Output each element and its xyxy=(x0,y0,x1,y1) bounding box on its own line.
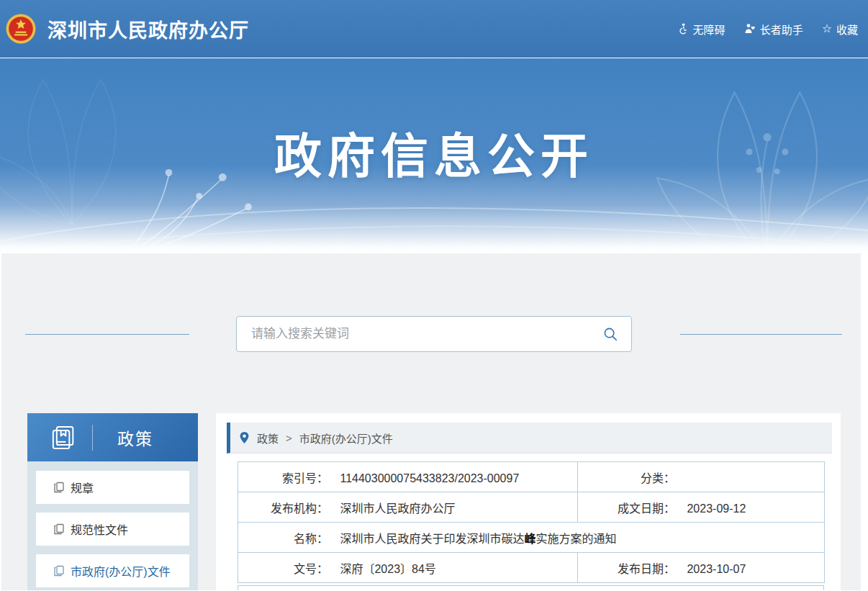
search-highlight: 峰 xyxy=(524,533,535,545)
sidebar-list: 规章 规范性文件 xyxy=(27,461,198,590)
document-name-label: 名称： xyxy=(238,529,328,546)
table-row: 文号： 深府〔2023〕84号 发布日期： 2023-10-07 xyxy=(238,553,825,583)
sidebar-item-municipal-documents[interactable]: 市政府(办公厅)文件 xyxy=(36,554,189,587)
top-header: 深圳市人民政府办公厅 无障碍 长者助手 ☆ 收藏 xyxy=(0,0,868,58)
doc-number-label: 文号： xyxy=(238,559,328,577)
document-name-cell: 名称： 深圳市人民政府关于印发深圳市碳达峰实施方案的通知 xyxy=(238,523,825,553)
doc-number-value: 深府〔2023〕84号 xyxy=(340,563,435,575)
breadcrumb-separator: > xyxy=(286,432,292,444)
written-date-cell: 成文日期： 2023-09-12 xyxy=(578,492,825,523)
accessibility-label: 无障碍 xyxy=(693,22,725,37)
sidebar-item-label: 市政府(办公厅)文件 xyxy=(71,562,171,579)
breadcrumb: 政策 > 市政府(办公厅)文件 xyxy=(227,423,832,454)
publish-date-label: 发布日期： xyxy=(578,559,675,577)
decorative-line-right xyxy=(680,334,842,335)
page-title: 政府信息公开 xyxy=(0,58,868,186)
sidebar-item-label: 规章 xyxy=(71,479,94,496)
doc-number-cell: 文号： 深府〔2023〕84号 xyxy=(238,553,578,583)
sidebar: 政策 规章 xyxy=(27,413,198,590)
accessibility-icon xyxy=(677,23,689,35)
document-icon xyxy=(53,482,65,493)
index-number-label: 索引号： xyxy=(238,469,328,486)
written-date-value: 2023-09-12 xyxy=(687,502,746,515)
category-label: 分类： xyxy=(578,469,675,486)
elder-helper-label: 长者助手 xyxy=(760,22,803,37)
sidebar-item-regulations[interactable]: 规章 xyxy=(36,471,189,504)
document-icon xyxy=(53,565,65,577)
banner: 政府信息公开 xyxy=(0,58,868,253)
category-cell: 分类： xyxy=(578,462,825,492)
search-section xyxy=(1,253,861,352)
agency-label: 发布机构： xyxy=(238,499,328,516)
main-card: 政策 > 市政府(办公厅)文件 索引号： 114403000075433823/… xyxy=(216,413,841,590)
sidebar-divider xyxy=(92,425,93,451)
elder-helper-icon xyxy=(744,23,756,35)
document-icon xyxy=(53,523,65,535)
document-info-table: 索引号： 114403000075433823/2023-00097 分类： 发… xyxy=(238,461,825,583)
document-name-value: 深圳市人民政府关于印发深圳市碳达峰实施方案的通知 xyxy=(340,533,616,545)
table-row: 索引号： 114403000075433823/2023-00097 分类： xyxy=(238,462,825,492)
sidebar-title: 政策 xyxy=(117,425,153,450)
publish-date-cell: 发布日期： 2023-10-07 xyxy=(578,553,825,583)
table-row: 名称： 深圳市人民政府关于印发深圳市碳达峰实施方案的通知 xyxy=(238,523,825,553)
national-emblem-icon xyxy=(6,14,36,44)
search-icon xyxy=(602,326,618,342)
site-title: 深圳市人民政府办公厅 xyxy=(48,15,249,43)
header-links: 无障碍 长者助手 ☆ 收藏 xyxy=(677,22,858,37)
search-box xyxy=(236,316,632,352)
sidebar-item-normative-documents[interactable]: 规范性文件 xyxy=(36,513,189,546)
search-button[interactable] xyxy=(602,326,618,342)
star-icon: ☆ xyxy=(822,23,832,35)
breadcrumb-root[interactable]: 政策 xyxy=(257,430,279,446)
sidebar-item-label: 规范性文件 xyxy=(71,520,128,538)
index-number-value: 114403000075433823/2023-00097 xyxy=(340,472,519,484)
index-number-cell: 索引号： 114403000075433823/2023-00097 xyxy=(238,462,578,492)
accessibility-link[interactable]: 无障碍 xyxy=(677,22,725,37)
table-row: 发布机构： 深圳市人民政府办公厅 成文日期： 2023-09-12 xyxy=(238,492,825,523)
location-pin-icon xyxy=(239,431,250,444)
page-container: 政策 规章 xyxy=(1,253,861,590)
book-icon xyxy=(49,423,78,452)
search-input[interactable] xyxy=(251,327,602,341)
content-row: 政策 规章 xyxy=(27,413,861,590)
publish-date-value: 2023-10-07 xyxy=(687,563,746,575)
decorative-line-left xyxy=(25,334,189,335)
sidebar-header: 政策 xyxy=(27,413,198,461)
favorite-link[interactable]: ☆ 收藏 xyxy=(822,22,858,37)
agency-cell: 发布机构： 深圳市人民政府办公厅 xyxy=(238,492,578,523)
written-date-label: 成文日期： xyxy=(578,499,675,516)
favorite-label: 收藏 xyxy=(836,22,858,37)
elder-helper-link[interactable]: 长者助手 xyxy=(744,22,803,37)
breadcrumb-current: 市政府(办公厅)文件 xyxy=(299,430,393,446)
table-continuation xyxy=(238,585,824,590)
agency-value: 深圳市人民政府办公厅 xyxy=(340,502,455,515)
